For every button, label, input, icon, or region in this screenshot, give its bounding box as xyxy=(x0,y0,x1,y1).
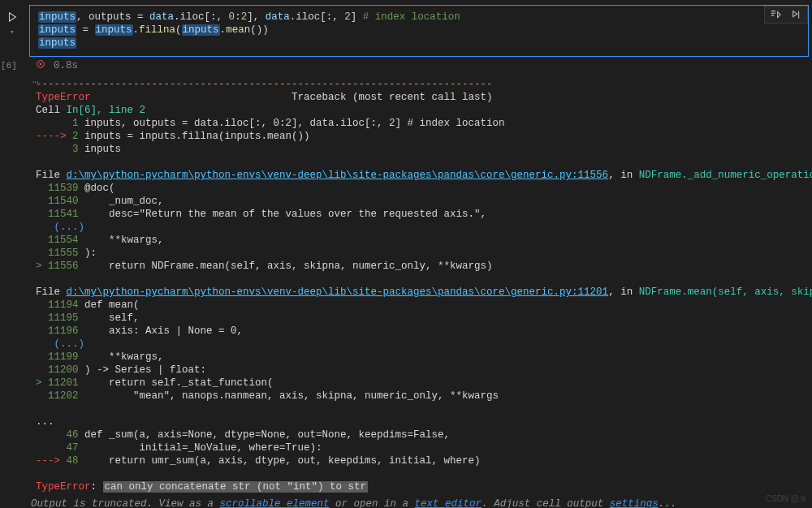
error-status-icon xyxy=(36,59,45,72)
cell-collapse-icon[interactable]: … xyxy=(32,75,40,86)
chevron-down-icon: ▾ xyxy=(10,28,14,37)
scrollable-element-link[interactable]: scrollable element xyxy=(220,498,330,508)
traceback-file-link[interactable]: d:\my\python-pycharm\python-envs\venv-de… xyxy=(67,286,609,298)
text-editor-link[interactable]: text editor xyxy=(415,498,482,508)
execution-time: 0.8s xyxy=(54,60,78,71)
execution-count: [6] xyxy=(1,61,17,71)
output-settings-link[interactable]: settings xyxy=(610,498,659,508)
run-by-line-icon[interactable] xyxy=(765,6,786,23)
svg-marker-2 xyxy=(793,11,797,17)
output-truncated-notice: Output is truncated. View as a scrollabl… xyxy=(24,493,812,508)
svg-marker-0 xyxy=(10,13,16,22)
code-cell[interactable]: inputs, outputs = data.iloc[:, 0:2], dat… xyxy=(29,5,809,57)
code-editor[interactable]: inputs, outputs = data.iloc[:, 0:2], dat… xyxy=(38,11,800,50)
cell-toolbar xyxy=(764,6,808,24)
cell-status-row: [6] 0.8s xyxy=(24,57,812,75)
cell-output: ----------------------------------------… xyxy=(29,76,809,493)
watermark: CSDN @水 xyxy=(766,493,807,505)
svg-marker-1 xyxy=(778,12,781,18)
execute-below-icon[interactable] xyxy=(786,6,807,23)
traceback-file-link[interactable]: d:\my\python-pycharm\python-envs\venv-de… xyxy=(67,170,609,181)
run-cell-button[interactable] xyxy=(6,11,18,26)
